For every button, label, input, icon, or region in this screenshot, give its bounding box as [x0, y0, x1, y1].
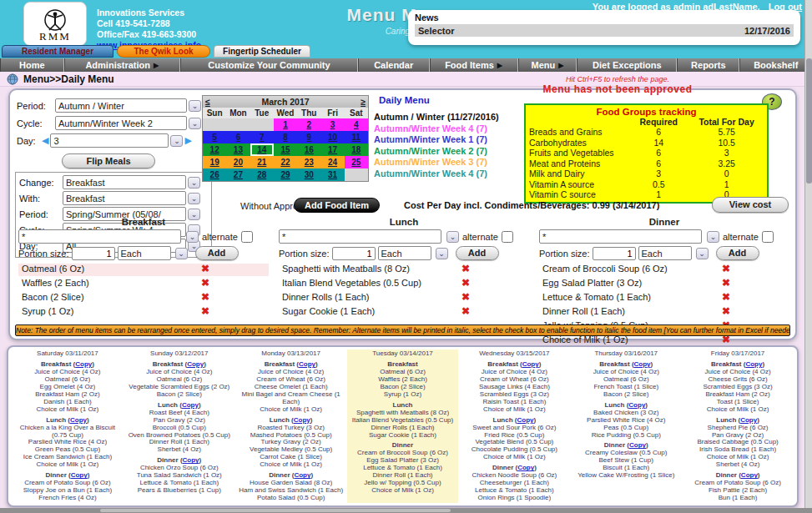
food-item-select-chevron-icon[interactable]: ⌄ [446, 231, 459, 243]
calendar-day-link[interactable]: 3 [330, 120, 335, 129]
calendar-day-cell[interactable]: 18 [345, 143, 368, 156]
calendar-day-cell[interactable]: 16 [297, 143, 320, 156]
season-cycle-item[interactable]: Autumn/Winter Week 2 (7) [374, 146, 528, 158]
season-cycle-item[interactable]: Autumn/Winter Week 4 (7) [374, 168, 528, 180]
calendar-day-cell[interactable]: 20 [226, 156, 250, 168]
calendar-day-link[interactable]: 24 [328, 158, 337, 167]
calendar-day-cell[interactable]: 12 [203, 143, 226, 156]
delete-item-icon[interactable]: ✖ [201, 292, 209, 303]
nav-item-food-items[interactable]: Food Items▶ [430, 58, 518, 72]
calendar-day-link[interactable]: 10 [328, 133, 337, 142]
calendar-day-link[interactable]: 13 [234, 145, 243, 154]
cycle-select[interactable]: Autumn/Winter Week 2 [55, 116, 187, 130]
horizontal-scrollbar[interactable] [0, 508, 812, 513]
copy-link[interactable]: Copy [294, 471, 310, 479]
calendar-day-link[interactable]: 22 [280, 158, 290, 167]
delete-item-icon[interactable]: ✖ [722, 306, 730, 317]
calendar-day-link[interactable]: 29 [280, 170, 290, 179]
add-portion-button[interactable]: Add [716, 246, 759, 260]
day-select-chevron-icon[interactable]: ⌄ [170, 135, 183, 147]
alternate-checkbox[interactable] [502, 231, 513, 243]
copy-link[interactable]: Copy [70, 416, 87, 424]
season-cycle-item[interactable]: Autumn/Winter Week 4 (7) [374, 123, 528, 135]
copy-link[interactable]: Copy [294, 416, 310, 424]
copy-link[interactable]: Copy [522, 360, 539, 368]
calendar-day-link[interactable]: 16 [305, 145, 314, 154]
food-item-select-chevron-icon[interactable]: ⌄ [186, 231, 199, 243]
calendar-day-link[interactable]: 12 [210, 145, 219, 154]
food-item-select[interactable]: * [18, 229, 181, 244]
calendar-day-cell[interactable]: 10 [320, 131, 344, 143]
copy-link[interactable]: Copy [517, 464, 534, 471]
calendar-day-cell[interactable]: 24 [320, 156, 344, 168]
news-item[interactable]: Selector [418, 26, 454, 36]
calendar-day-link[interactable]: 18 [351, 145, 361, 154]
copy-link[interactable]: Copy [71, 471, 88, 479]
copy-link[interactable]: Copy [183, 456, 199, 464]
cycle-select-chevron-icon[interactable]: ⌄ [189, 118, 201, 129]
nav-item-bookshelf[interactable]: Bookshelf [739, 58, 812, 72]
portion-size-input[interactable] [332, 247, 376, 260]
calendar-day-cell[interactable]: 2 [297, 118, 320, 131]
calendar-day-link[interactable]: 31 [328, 170, 337, 179]
calendar-day-cell[interactable]: 3 [320, 118, 344, 131]
calendar-day-cell[interactable]: 8 [274, 131, 297, 143]
calendar-day-cell[interactable]: 7 [250, 131, 274, 143]
tab-resident-manager[interactable]: Resident Manager [2, 45, 113, 58]
delete-item-icon[interactable]: ✖ [722, 264, 730, 274]
delete-item-icon[interactable]: ✖ [201, 264, 209, 274]
calendar-day-link[interactable]: 19 [210, 158, 219, 167]
portion-unit-chevron-icon[interactable]: ⌄ [436, 248, 448, 259]
portion-unit-chevron-icon[interactable]: ⌄ [696, 248, 709, 259]
nav-item-menu[interactable]: Menu▶ [518, 58, 577, 72]
period-select-chevron-icon[interactable]: ⌄ [189, 100, 201, 112]
calendar-day-cell[interactable]: 21 [250, 156, 274, 168]
calendar-day-cell[interactable]: 14 [250, 143, 274, 156]
calendar-next-icon[interactable]: ≥ [361, 97, 366, 107]
flip-with-chevron-icon[interactable]: ⌄ [188, 193, 200, 204]
calendar-day-cell[interactable]: 5 [203, 131, 226, 143]
calendar-day-link[interactable]: 7 [260, 133, 265, 142]
flip-change-select[interactable]: Breakfast [63, 175, 186, 189]
flip-with-select[interactable]: Breakfast [63, 191, 186, 205]
calendar-day-cell[interactable]: 28 [250, 168, 274, 181]
food-item-select[interactable]: * [539, 229, 702, 244]
nav-item-reports[interactable]: Reports [677, 58, 739, 72]
copy-link[interactable]: Copy [745, 360, 762, 368]
nav-item-diet-exceptions[interactable]: Diet Exceptions [577, 58, 677, 72]
portion-unit-chevron-icon[interactable]: ⌄ [175, 248, 188, 259]
add-portion-button[interactable]: Add [456, 246, 499, 260]
calendar-prev-icon[interactable]: ≤ [205, 97, 210, 107]
calendar-day-link[interactable]: 20 [234, 158, 243, 167]
calendar-day-cell[interactable]: 15 [274, 143, 297, 156]
copy-link[interactable]: Copy [629, 441, 646, 449]
calendar-day-link[interactable]: 2 [306, 120, 311, 129]
delete-item-icon[interactable]: ✖ [461, 306, 470, 317]
delete-item-icon[interactable]: ✖ [461, 278, 470, 289]
portion-size-input[interactable] [593, 247, 636, 260]
calendar-day-link[interactable]: 11 [352, 133, 361, 142]
vertical-scrollbar-thumb[interactable] [806, 58, 812, 184]
delete-item-icon[interactable]: ✖ [461, 264, 470, 274]
calendar-day-cell[interactable]: 11 [345, 131, 368, 143]
copy-link[interactable]: Copy [182, 401, 199, 409]
calendar-day-link[interactable]: 6 [236, 133, 241, 142]
portion-unit-select[interactable]: Each [638, 246, 692, 260]
next-day-arrow[interactable]: ▶ [184, 135, 191, 146]
nav-item-administration[interactable]: Administration▶ [64, 58, 180, 72]
calendar-day-link[interactable]: 26 [210, 170, 219, 179]
calendar-day-link[interactable]: 5 [212, 133, 217, 142]
calendar-day-link[interactable]: 30 [305, 170, 314, 179]
calendar-day-cell[interactable]: 4 [345, 118, 368, 131]
flip-meals-button[interactable]: Flip Meals [62, 153, 155, 168]
delete-item-icon[interactable]: ✖ [722, 292, 730, 303]
portion-unit-select[interactable]: Each [118, 246, 171, 260]
add-food-item-button[interactable]: Add Food Item [294, 198, 380, 213]
calendar-day-link[interactable]: 25 [351, 158, 361, 167]
calendar-day-link[interactable]: 14 [257, 145, 266, 154]
calendar-day-cell[interactable]: 23 [297, 156, 320, 168]
calendar-day-cell[interactable]: 27 [226, 168, 250, 181]
tab-qwik-look[interactable]: The Qwik Look [117, 45, 210, 58]
calendar-day-link[interactable]: 28 [257, 170, 266, 179]
delete-item-icon[interactable]: ✖ [722, 278, 730, 289]
